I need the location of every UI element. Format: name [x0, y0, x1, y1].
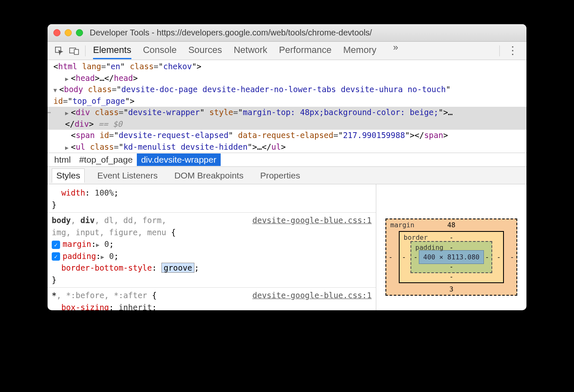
breadcrumb-body[interactable]: #top_of_page: [75, 153, 137, 166]
main-tabs: Elements Console Sources Network Perform…: [93, 42, 496, 59]
source-link[interactable]: devsite-google-blue.css:1: [252, 214, 372, 226]
panel-tab-events[interactable]: Event Listeners: [93, 169, 162, 182]
panel-tab-dom-breakpoints[interactable]: DOM Breakpoints: [170, 169, 248, 182]
dom-node-html[interactable]: <html lang="en" class="chekov">: [53, 61, 526, 73]
tab-console[interactable]: Console: [143, 42, 177, 59]
property-checkbox[interactable]: ✓: [52, 252, 60, 261]
tab-sources[interactable]: Sources: [188, 42, 222, 59]
css-rule[interactable]: devsite-google-blue.css:1body, div, dl, …: [52, 214, 372, 238]
box-model[interactable]: margin 48 3 - - border - - - - padding -: [385, 219, 518, 296]
selected-marker: == $0: [94, 119, 123, 128]
margin-left-value[interactable]: -: [389, 253, 393, 261]
breadcrumb-html[interactable]: html: [50, 153, 75, 166]
tab-memory[interactable]: Memory: [343, 42, 376, 59]
styles-pane[interactable]: width: 100%; } devsite-google-blue.css:1…: [48, 184, 376, 310]
close-window-button[interactable]: [53, 29, 60, 36]
box-model-pane: margin 48 3 - - border - - - - padding -: [376, 184, 526, 310]
dom-tree[interactable]: <html lang="en" class="chekov"> ▶<head>……: [48, 60, 526, 153]
css-rule-close: }: [52, 274, 372, 286]
more-tabs-icon[interactable]: »: [388, 42, 403, 59]
panel-tab-properties[interactable]: Properties: [256, 169, 305, 182]
value-edit-input[interactable]: groove: [161, 263, 194, 273]
margin-bottom-value[interactable]: 3: [449, 285, 453, 293]
box-model-padding[interactable]: padding - - - - 400 × 8113.080: [410, 241, 493, 273]
tab-performance[interactable]: Performance: [279, 42, 332, 59]
inspect-element-icon[interactable]: [52, 45, 67, 57]
styles-panel-tabs: Styles Event Listeners DOM Breakpoints P…: [48, 167, 526, 184]
window-title: Developer Tools - https://developers.goo…: [90, 28, 372, 38]
tab-network[interactable]: Network: [234, 42, 267, 59]
titlebar[interactable]: Developer Tools - https://developers.goo…: [48, 24, 526, 42]
css-property-editing[interactable]: border-bottom-style: groove;: [52, 262, 372, 274]
box-model-margin[interactable]: margin 48 3 - - border - - - - padding -: [385, 219, 518, 296]
box-model-border[interactable]: border - - - - padding - - - - 400 × 811…: [399, 231, 504, 283]
margin-right-value[interactable]: -: [510, 253, 514, 261]
minimize-window-button[interactable]: [65, 29, 72, 36]
dom-node-ul[interactable]: ▶<ul class="kd-menulist devsite-hidden">…: [53, 141, 526, 153]
css-rule-close: }: [52, 199, 372, 211]
dom-node-body[interactable]: ▼<body class="devsite-doc-page devsite-h…: [53, 84, 526, 107]
css-rule[interactable]: devsite-google-blue.css:1*, *:before, *:…: [52, 289, 372, 302]
devtools-window: Developer Tools - https://developers.goo…: [48, 24, 526, 310]
breadcrumb-selected[interactable]: div.devsite-wrapper: [137, 153, 221, 166]
breadcrumb: html #top_of_page div.devsite-wrapper: [48, 153, 526, 167]
dom-node-head[interactable]: ▶<head>…</head>: [53, 73, 526, 84]
main-toolbar: Elements Console Sources Network Perform…: [48, 42, 526, 60]
dom-node-span[interactable]: <span id="devsite-request-elapsed" data-…: [53, 130, 526, 141]
settings-menu-icon[interactable]: ⋮: [503, 44, 522, 57]
source-link[interactable]: devsite-google-blue.css:1: [252, 289, 372, 302]
margin-top-value[interactable]: 48: [447, 221, 455, 229]
css-property[interactable]: ✓padding:▶ 0;: [52, 250, 372, 262]
dom-node-selected[interactable]: ⋯ ▶<div class="devsite-wrapper" style="m…: [48, 107, 526, 130]
css-property[interactable]: ✓margin:▶ 0;: [52, 238, 372, 250]
tab-elements[interactable]: Elements: [93, 42, 131, 59]
css-rule[interactable]: width: 100%;: [52, 187, 372, 199]
box-model-content[interactable]: 400 × 8113.080: [419, 250, 484, 264]
panel-tab-styles[interactable]: Styles: [52, 168, 85, 183]
device-toggle-icon[interactable]: [67, 45, 82, 57]
svg-rect-2: [74, 49, 78, 54]
zoom-window-button[interactable]: [76, 29, 83, 36]
toolbar-separator: [499, 45, 500, 56]
css-property[interactable]: box-sizing: inherit;: [52, 302, 372, 310]
bottom-panels: width: 100%; } devsite-google-blue.css:1…: [48, 184, 526, 310]
window-controls: [53, 29, 83, 36]
property-checkbox[interactable]: ✓: [52, 241, 60, 249]
toolbar-separator: [85, 45, 86, 56]
